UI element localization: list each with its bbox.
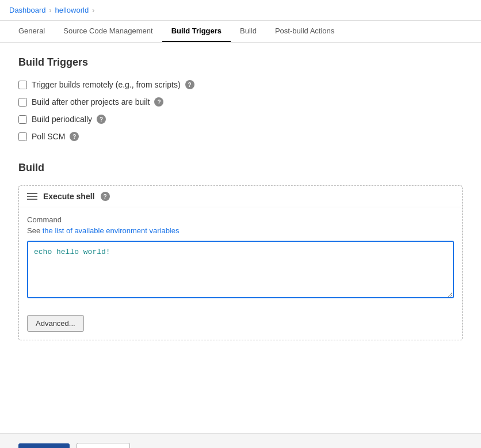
tab-post-build-actions[interactable]: Post-build Actions [266,21,343,42]
poll-scm-checkbox[interactable] [18,132,27,141]
build-periodically-checkbox[interactable] [18,115,27,124]
execute-shell-box: Execute shell ? Command See the list of … [18,185,463,340]
poll-scm-help-icon[interactable]: ? [70,132,79,141]
breadcrumb-dashboard[interactable]: Dashboard [9,6,46,14]
execute-shell-footer: Advanced... [19,308,462,340]
poll-scm-label: Poll SCM [32,132,65,141]
breadcrumb: Dashboard › helloworld › [0,0,481,21]
bottom-bar: Save Apply CSDN @壹只菜鸟 [0,433,481,448]
execute-shell-header: Execute shell ? [19,186,462,207]
command-textarea[interactable] [27,241,454,298]
breadcrumb-sep-2: › [92,6,94,14]
execute-shell-help-icon[interactable]: ? [101,192,110,201]
build-periodically-row: Build periodically ? [18,115,463,124]
build-title: Build [18,162,463,174]
build-after-help-icon[interactable]: ? [154,97,163,107]
drag-handle-icon[interactable] [27,193,37,200]
build-triggers-title: Build Triggers [18,56,463,69]
tab-build[interactable]: Build [231,21,266,42]
advanced-button[interactable]: Advanced... [27,315,84,332]
poll-scm-row: Poll SCM ? [18,132,463,141]
env-vars-anchor[interactable]: the list of available environment variab… [43,226,180,235]
command-label: Command [27,215,454,224]
trigger-remote-label: Trigger builds remotely (e.g., from scri… [32,80,181,89]
trigger-remote-help-icon[interactable]: ? [185,80,194,89]
execute-shell-body: Command See the list of available enviro… [19,207,462,308]
tab-general[interactable]: General [9,21,54,42]
tab-source-code-management[interactable]: Source Code Management [54,21,162,42]
build-periodically-label: Build periodically [32,115,92,124]
breadcrumb-sep-1: › [49,6,52,14]
save-button[interactable]: Save [18,443,70,448]
trigger-remote-row: Trigger builds remotely (e.g., from scri… [18,80,463,89]
build-after-checkbox[interactable] [18,98,27,107]
build-periodically-help-icon[interactable]: ? [97,115,106,124]
env-vars-link: See the list of available environment va… [27,226,454,235]
breadcrumb-helloworld[interactable]: helloworld [55,6,89,14]
main-content: Build Triggers Trigger builds remotely (… [0,43,481,433]
build-triggers-section: Build Triggers Trigger builds remotely (… [18,56,463,141]
tabs-bar: General Source Code Management Build Tri… [0,21,481,43]
apply-button[interactable]: Apply [77,443,130,448]
trigger-remote-checkbox[interactable] [18,81,27,89]
tab-build-triggers[interactable]: Build Triggers [162,21,231,42]
execute-shell-title: Execute shell [43,192,95,201]
build-after-row: Build after other projects are built ? [18,97,463,107]
build-after-label: Build after other projects are built [32,97,150,107]
build-section: Build Execute shell ? Command See the li… [18,162,463,340]
